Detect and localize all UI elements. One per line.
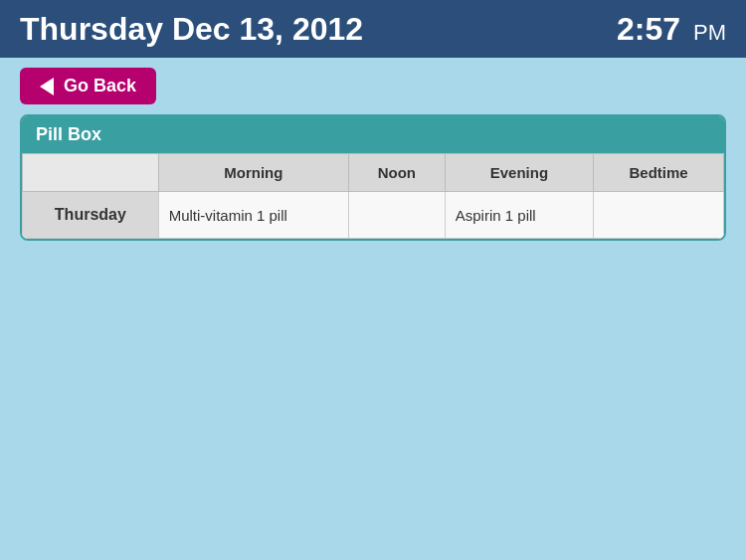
- header-bar: Thursday Dec 13, 2012 2:57 PM: [0, 0, 746, 58]
- col-header-bedtime: Bedtime: [594, 154, 724, 192]
- cell-evening: Aspirin 1 pill: [445, 192, 593, 239]
- go-back-label: Go Back: [64, 76, 136, 96]
- header-time: 2:57 PM: [617, 11, 726, 48]
- go-back-button[interactable]: Go Back: [20, 68, 156, 104]
- pill-box-header: Pill Box: [22, 116, 724, 153]
- pill-box-container: Pill Box Morning Noon Evening Bedtime Th…: [20, 114, 726, 241]
- pill-table: Morning Noon Evening Bedtime Thursday Mu…: [22, 153, 724, 239]
- cell-noon: [348, 192, 445, 239]
- cell-day: Thursday: [23, 192, 159, 239]
- header-date: Thursday Dec 13, 2012: [20, 11, 363, 48]
- col-header-day: [23, 154, 159, 192]
- col-header-morning: Morning: [158, 154, 348, 192]
- col-header-evening: Evening: [445, 154, 593, 192]
- time-ampm: PM: [693, 20, 726, 45]
- time-value: 2:57: [617, 11, 680, 47]
- cell-bedtime: [594, 192, 724, 239]
- table-row: Thursday Multi-vitamin 1 pill Aspirin 1 …: [23, 192, 724, 239]
- col-header-noon: Noon: [348, 154, 445, 192]
- back-arrow-icon: [40, 78, 54, 95]
- cell-morning: Multi-vitamin 1 pill: [158, 192, 348, 239]
